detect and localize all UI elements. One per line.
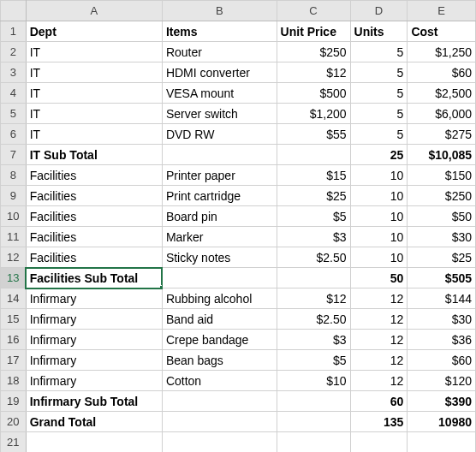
row-header[interactable]: 13 bbox=[1, 268, 27, 288]
cell[interactable] bbox=[277, 432, 350, 453]
cell[interactable]: $1,200 bbox=[277, 104, 350, 124]
cell[interactable]: 10 bbox=[350, 206, 408, 227]
cell[interactable]: 25 bbox=[350, 145, 408, 165]
row-header[interactable]: 20 bbox=[1, 412, 27, 432]
cell[interactable]: Crepe bandage bbox=[162, 330, 277, 350]
cell[interactable]: $10 bbox=[277, 371, 350, 391]
cell[interactable]: 12 bbox=[350, 288, 408, 309]
cell[interactable]: Rubbing alcohol bbox=[162, 288, 277, 309]
cell[interactable]: Grand Total bbox=[26, 412, 162, 432]
cell[interactable]: Marker bbox=[162, 227, 277, 247]
cell[interactable]: 12 bbox=[350, 350, 408, 371]
row-header[interactable]: 18 bbox=[1, 371, 27, 391]
cell[interactable]: $275 bbox=[408, 124, 476, 145]
cell[interactable] bbox=[162, 145, 277, 165]
cell[interactable]: $505 bbox=[408, 268, 476, 288]
cell[interactable]: Facilities bbox=[26, 206, 162, 227]
cell[interactable] bbox=[162, 412, 277, 432]
cell[interactable]: 135 bbox=[350, 412, 408, 432]
cell[interactable]: 5 bbox=[350, 83, 408, 104]
cell[interactable]: $15 bbox=[277, 165, 350, 186]
row-header[interactable]: 4 bbox=[1, 83, 27, 104]
cell[interactable]: IT bbox=[26, 62, 162, 83]
cell[interactable]: $60 bbox=[408, 350, 476, 371]
cell[interactable]: $144 bbox=[408, 288, 476, 309]
row-header[interactable]: 6 bbox=[1, 124, 27, 145]
row-header[interactable]: 7 bbox=[1, 145, 27, 165]
cell[interactable] bbox=[162, 268, 277, 288]
cell[interactable]: 60 bbox=[350, 391, 408, 412]
cell[interactable]: 10 bbox=[350, 247, 408, 268]
cell[interactable]: $25 bbox=[408, 247, 476, 268]
cell[interactable]: HDMI converter bbox=[162, 62, 277, 83]
cell[interactable]: Board pin bbox=[162, 206, 277, 227]
cell[interactable]: $500 bbox=[277, 83, 350, 104]
spreadsheet-table[interactable]: ABCDE 1DeptItemsUnit PriceUnitsCost2ITRo… bbox=[0, 0, 476, 452]
row-header[interactable]: 2 bbox=[1, 42, 27, 62]
cell[interactable] bbox=[277, 391, 350, 412]
cell[interactable]: Cotton bbox=[162, 371, 277, 391]
cell[interactable]: $12 bbox=[277, 288, 350, 309]
cell[interactable]: $5 bbox=[277, 206, 350, 227]
cell[interactable] bbox=[277, 412, 350, 432]
cell[interactable]: $60 bbox=[408, 62, 476, 83]
row-header[interactable]: 17 bbox=[1, 350, 27, 371]
cell[interactable]: $2,500 bbox=[408, 83, 476, 104]
cell[interactable]: 5 bbox=[350, 42, 408, 62]
cell[interactable]: Sticky notes bbox=[162, 247, 277, 268]
cell[interactable]: $30 bbox=[408, 227, 476, 247]
cell[interactable]: Infirmary bbox=[26, 350, 162, 371]
row-header[interactable]: 19 bbox=[1, 391, 27, 412]
cell[interactable]: 12 bbox=[350, 371, 408, 391]
cell[interactable]: 10 bbox=[350, 186, 408, 206]
cell[interactable]: 5 bbox=[350, 104, 408, 124]
row-header[interactable]: 15 bbox=[1, 309, 27, 330]
cell[interactable]: IT Sub Total bbox=[26, 145, 162, 165]
cell[interactable] bbox=[408, 432, 476, 453]
cell[interactable]: $390 bbox=[408, 391, 476, 412]
row-header[interactable]: 3 bbox=[1, 62, 27, 83]
cell[interactable]: Facilities bbox=[26, 227, 162, 247]
cell[interactable]: Facilities Sub Total bbox=[26, 268, 162, 288]
cell[interactable]: IT bbox=[26, 83, 162, 104]
cell[interactable]: $36 bbox=[408, 330, 476, 350]
cell[interactable]: Bean bags bbox=[162, 350, 277, 371]
row-header[interactable]: 1 bbox=[1, 21, 27, 42]
cell[interactable]: Dept bbox=[26, 21, 162, 42]
cell[interactable]: Unit Price bbox=[277, 21, 350, 42]
cell[interactable]: $6,000 bbox=[408, 104, 476, 124]
cell[interactable]: 5 bbox=[350, 124, 408, 145]
cell[interactable]: $150 bbox=[408, 165, 476, 186]
cell[interactable]: 50 bbox=[350, 268, 408, 288]
row-header[interactable]: 21 bbox=[1, 432, 27, 453]
cell[interactable] bbox=[277, 268, 350, 288]
row-header[interactable]: 9 bbox=[1, 186, 27, 206]
cell[interactable]: 10 bbox=[350, 165, 408, 186]
cell[interactable]: $10,085 bbox=[408, 145, 476, 165]
cell[interactable]: $2.50 bbox=[277, 247, 350, 268]
cell[interactable]: Printer paper bbox=[162, 165, 277, 186]
cell[interactable]: $3 bbox=[277, 330, 350, 350]
cell[interactable]: $250 bbox=[408, 186, 476, 206]
cell[interactable]: $1,250 bbox=[408, 42, 476, 62]
fill-handle[interactable] bbox=[159, 285, 163, 288]
cell[interactable]: Facilities bbox=[26, 186, 162, 206]
cell[interactable]: Facilities bbox=[26, 165, 162, 186]
cell[interactable]: Cost bbox=[408, 21, 476, 42]
cell[interactable]: $3 bbox=[277, 227, 350, 247]
cell[interactable]: VESA mount bbox=[162, 83, 277, 104]
cell[interactable]: $250 bbox=[277, 42, 350, 62]
cell[interactable]: $2.50 bbox=[277, 309, 350, 330]
cell[interactable]: $5 bbox=[277, 350, 350, 371]
column-header-e[interactable]: E bbox=[408, 1, 476, 21]
cell[interactable] bbox=[162, 432, 277, 453]
cell[interactable]: $55 bbox=[277, 124, 350, 145]
row-header[interactable]: 12 bbox=[1, 247, 27, 268]
cell[interactable] bbox=[350, 432, 408, 453]
column-header-b[interactable]: B bbox=[162, 1, 277, 21]
cell[interactable]: Infirmary bbox=[26, 309, 162, 330]
cell[interactable]: 5 bbox=[350, 62, 408, 83]
cell[interactable]: 10 bbox=[350, 227, 408, 247]
row-header[interactable]: 10 bbox=[1, 206, 27, 227]
cell[interactable]: Band aid bbox=[162, 309, 277, 330]
